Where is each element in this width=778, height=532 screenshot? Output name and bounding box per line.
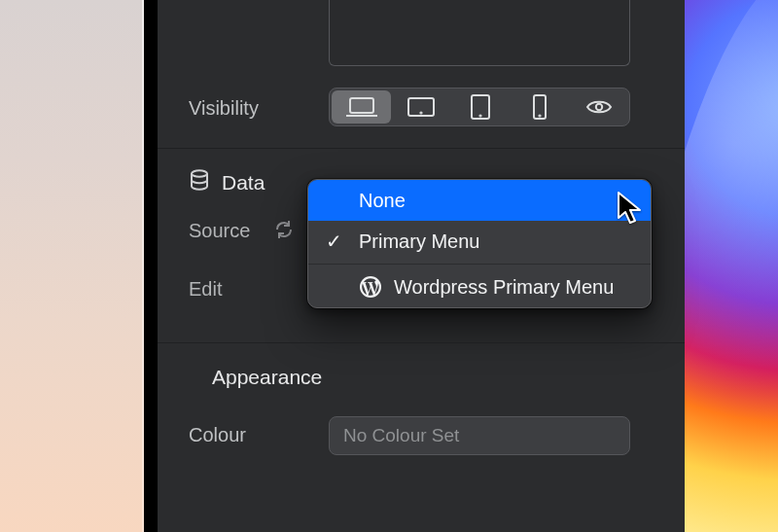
dropdown-separator: [308, 264, 651, 265]
source-dropdown-menu: None ✓ Primary Menu Wordpress Primary Me…: [307, 179, 652, 308]
visibility-tablet-landscape-button[interactable]: [391, 89, 450, 125]
section-divider: [158, 148, 685, 149]
desktop-wallpaper-right: [685, 0, 778, 532]
section-divider: [158, 342, 685, 343]
data-section-header: Data: [189, 169, 265, 195]
colour-field[interactable]: No Colour Set: [329, 416, 630, 455]
visibility-phone-button[interactable]: [511, 89, 570, 125]
data-section-title: Data: [222, 171, 265, 195]
dropdown-option-label: None: [359, 190, 406, 212]
svg-point-7: [540, 115, 541, 116]
inspector-panel: Visibility: [158, 0, 685, 532]
dropdown-option-wordpress-primary-menu[interactable]: Wordpress Primary Menu: [308, 266, 651, 307]
panel-shadow: [144, 0, 158, 532]
phone-icon: [532, 94, 548, 120]
tablet-landscape-icon: [407, 96, 436, 118]
desktop-wallpaper-left: [0, 0, 144, 532]
svg-rect-0: [350, 98, 373, 113]
visibility-label: Visibility: [189, 97, 259, 120]
tablet-portrait-icon: [470, 94, 491, 120]
eye-icon: [585, 98, 613, 116]
svg-point-3: [420, 112, 421, 113]
colour-field-placeholder: No Colour Set: [343, 425, 459, 446]
source-label: Source: [189, 220, 250, 242]
dropdown-option-primary-menu[interactable]: ✓ Primary Menu: [308, 221, 651, 262]
checkmark-icon: ✓: [326, 230, 342, 253]
svg-point-9: [192, 170, 207, 176]
content-textbox[interactable]: [329, 0, 630, 66]
visibility-segmented-control: [329, 88, 630, 126]
visibility-preview-button[interactable]: [570, 89, 629, 125]
visibility-desktop-button[interactable]: [332, 90, 391, 124]
colour-label: Colour: [189, 424, 246, 446]
laptop-icon: [345, 96, 378, 118]
dropdown-option-none[interactable]: None: [308, 180, 651, 221]
svg-point-5: [479, 115, 480, 116]
appearance-section-title: Appearance: [212, 366, 322, 389]
refresh-icon[interactable]: [274, 220, 294, 244]
dropdown-option-label: Primary Menu: [359, 231, 479, 253]
dropdown-option-label: Wordpress Primary Menu: [394, 276, 614, 299]
database-icon: [189, 169, 210, 195]
visibility-tablet-portrait-button[interactable]: [450, 89, 510, 125]
edit-label: Edit: [189, 278, 222, 301]
wordpress-icon: [359, 275, 382, 299]
svg-point-8: [596, 104, 602, 110]
